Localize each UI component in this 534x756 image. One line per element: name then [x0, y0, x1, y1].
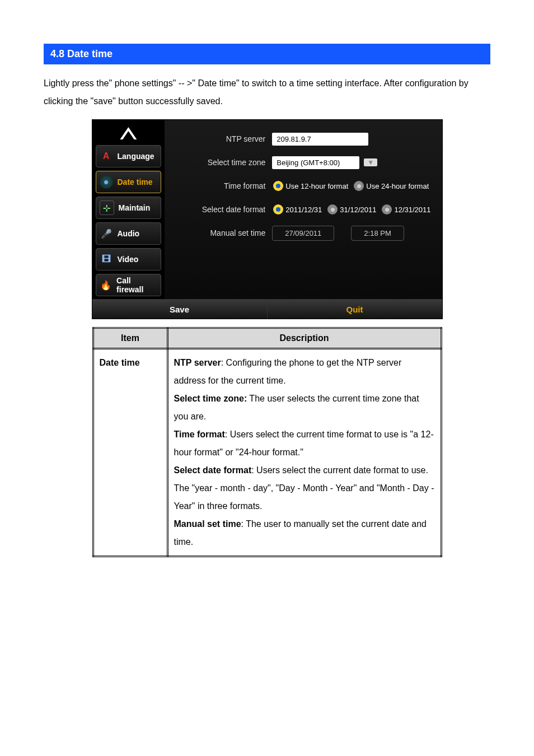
sidebar: A Language ● Date time ⊹ Maintain 🎤 Audi… [92, 120, 165, 299]
radio-12h[interactable] [273, 181, 283, 191]
date-format-label: Select date format [170, 205, 272, 214]
sidebar-item-language[interactable]: A Language [96, 145, 162, 167]
sidebar-item-maintain[interactable]: ⊹ Maintain [96, 197, 162, 219]
sidebar-item-video[interactable]: 🎞 Video [96, 248, 162, 270]
th-item: Item [93, 328, 167, 349]
radio-date-mdy-label: 12/31/2011 [394, 206, 430, 214]
arrow-up-icon [120, 127, 137, 139]
ntp-server-input[interactable]: 209.81.9.7 [272, 133, 368, 146]
description-table: Item Description Date time NTP server: C… [92, 327, 442, 557]
timezone-value: Beijing (GMT+8:00) [277, 158, 340, 167]
manual-time-input[interactable]: 2:18 PM [351, 226, 404, 241]
timezone-select[interactable]: Beijing (GMT+8:00) [272, 156, 359, 169]
quit-button[interactable]: Quit [268, 300, 442, 319]
sidebar-item-label: Maintain [119, 203, 151, 212]
desc-manual-bold: Manual set time [174, 519, 241, 529]
radio-date-ymd-label: 2011/12/31 [285, 206, 322, 214]
sidebar-scroll-up[interactable] [92, 123, 165, 143]
save-label: Save [170, 305, 189, 314]
radio-24h[interactable] [354, 181, 364, 191]
radio-date-dmy[interactable] [327, 204, 338, 214]
manual-set-label: Manual set time [170, 228, 272, 237]
footer-bar: Save Quit [92, 299, 442, 319]
settings-screenshot: A Language ● Date time ⊹ Maintain 🎤 Audi… [92, 119, 443, 319]
intro-text: Lightly press the" phone settings" -- >"… [44, 74, 490, 110]
timezone-label: Select time zone [170, 158, 272, 167]
radio-date-dmy-label: 31/12/2011 [340, 206, 376, 214]
cell-item: Date time [93, 349, 167, 557]
manual-date-input[interactable]: 27/09/2011 [272, 226, 334, 241]
time-format-label: Time format [170, 181, 272, 190]
chevron-down-icon[interactable]: ▼ [364, 158, 377, 166]
radio-24h-label: Use 24-hour format [366, 182, 429, 190]
radio-12h-label: Use 12-hour format [285, 182, 348, 190]
quit-label: Quit [346, 305, 363, 314]
clock-icon: ● [100, 175, 113, 189]
language-icon: A [100, 150, 113, 163]
th-desc: Description [167, 328, 441, 349]
settings-panel: NTP server 209.81.9.7 Select time zone B… [165, 120, 442, 299]
sidebar-item-date-time[interactable]: ● Date time [96, 171, 162, 193]
sidebar-item-label: Video [118, 255, 139, 264]
sidebar-item-label: Call firewall [116, 276, 157, 294]
microphone-icon: 🎤 [100, 227, 113, 240]
desc-datefmt-bold: Select date format [174, 465, 252, 475]
sidebar-item-label: Audio [118, 229, 140, 238]
section-title: 4.8 Date time [44, 44, 490, 64]
radio-date-ymd[interactable] [273, 204, 283, 214]
film-icon: 🎞 [100, 253, 113, 266]
maintain-icon: ⊹ [100, 200, 114, 215]
firewall-icon: 🔥 [100, 278, 113, 292]
sidebar-item-label: Language [118, 152, 154, 161]
sidebar-item-label: Date time [118, 178, 153, 186]
ntp-label: NTP server [170, 134, 272, 143]
desc-timefmt-bold: Time format [174, 430, 225, 439]
desc-tz-bold: Select time zone: [174, 394, 247, 403]
sidebar-item-audio[interactable]: 🎤 Audio [96, 222, 162, 245]
sidebar-item-call-firewall[interactable]: 🔥 Call firewall [96, 274, 162, 296]
desc-ntp-bold: NTP server [174, 358, 221, 367]
radio-date-mdy[interactable] [382, 204, 392, 214]
cell-description: NTP server: Configuring the phone to get… [167, 349, 441, 557]
save-button[interactable]: Save [92, 300, 268, 319]
